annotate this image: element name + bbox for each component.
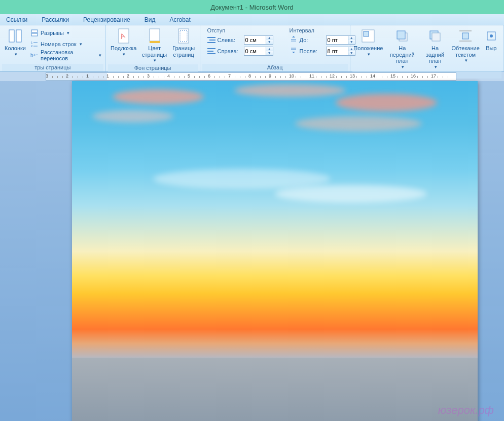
group-label-page-setup: тры страницы — [2, 64, 103, 71]
svg-rect-12 — [150, 41, 160, 43]
ruler-number: 1 — [106, 73, 109, 79]
hyphenation-button[interactable]: bᵃ⁻ Расстановка переносов▾ — [28, 50, 103, 61]
watermark-icon: A — [116, 28, 132, 44]
page-color-icon — [147, 28, 163, 44]
ruler-number: 13 — [350, 73, 355, 79]
group-label-paragraph: Абзац — [202, 64, 348, 71]
tab-acrobat[interactable]: Acrobat — [170, 16, 191, 23]
svg-rect-25 — [462, 33, 469, 39]
svg-text:2: 2 — [31, 45, 33, 48]
cityscape — [72, 358, 478, 421]
text-wrap-icon — [457, 28, 474, 44]
chevron-down-icon: ▾ — [154, 58, 156, 63]
ruler-number: 17 — [431, 73, 436, 79]
title-text: Документ1 - Microsoft Word — [210, 4, 294, 11]
ruler-number: 2 — [127, 73, 129, 79]
page-borders-button[interactable]: Границы страниц — [170, 26, 198, 59]
breaks-button[interactable]: Разрывы▾ — [28, 27, 103, 39]
svg-rect-11 — [150, 29, 160, 41]
ruler-number: 3 — [147, 73, 150, 79]
spacing-section: Интервал До: ▲▼ После: ▲▼ — [286, 26, 358, 58]
chevron-down-icon: ▾ — [80, 42, 82, 47]
ruler-number: 8 — [248, 73, 251, 79]
ruler-number: 11 — [309, 73, 314, 79]
ruler-number: 5 — [188, 73, 190, 79]
svg-rect-0 — [9, 30, 14, 42]
ribbon: Колонки ▾ Разрывы▾ 12 Номера строк▾ bᵃ⁻ … — [0, 25, 504, 72]
chevron-down-icon: ▾ — [368, 52, 370, 57]
align-button[interactable]: Выр — [481, 26, 501, 53]
bring-front-icon — [394, 28, 410, 44]
svg-text:1: 1 — [31, 41, 33, 44]
ruler-number: 4 — [167, 73, 170, 79]
position-button[interactable]: Положение ▾ — [352, 26, 385, 58]
svg-text:bᵃ⁻: bᵃ⁻ — [30, 53, 38, 58]
ruler-number: 14 — [370, 73, 375, 79]
spacing-after-icon — [290, 47, 298, 56]
ruler-number: 9 — [269, 73, 271, 79]
columns-icon — [7, 28, 23, 44]
page-color-button[interactable]: Цвет страницы ▾ — [139, 26, 170, 64]
chevron-down-icon: ▾ — [435, 64, 437, 69]
position-icon — [360, 28, 376, 44]
columns-button[interactable]: Колонки ▾ — [2, 26, 28, 58]
chevron-down-icon: ▾ — [99, 53, 101, 58]
spin-up-icon[interactable]: ▲ — [266, 36, 273, 40]
ruler-area: 3211234567891011121314151617 — [0, 72, 504, 81]
ruler-number: 16 — [411, 73, 416, 79]
spin-down-icon[interactable]: ▼ — [266, 51, 273, 55]
watermark-text: юзерок.рф — [438, 404, 494, 417]
spacing-before-icon — [290, 35, 298, 45]
document-area — [0, 81, 504, 421]
text-wrap-button[interactable]: Обтекание текстом ▾ — [450, 26, 481, 64]
ruler-number: 2 — [66, 73, 68, 79]
indent-section: Отступ Слева: ▲▼ Справа: ▲▼ — [204, 26, 276, 58]
svg-point-29 — [490, 34, 493, 37]
ruler-number: 10 — [289, 73, 294, 79]
ruler-number: 7 — [228, 73, 231, 79]
spin-up-icon[interactable]: ▲ — [266, 47, 273, 51]
title-bar: Документ1 - Microsoft Word — [0, 0, 504, 14]
svg-rect-22 — [397, 31, 405, 39]
breaks-icon — [30, 29, 39, 37]
send-back-button[interactable]: На задний план ▾ — [420, 26, 450, 71]
indent-left-input[interactable]: ▲▼ — [244, 35, 273, 45]
tab-mailings[interactable]: Рассылки — [42, 16, 69, 23]
ruler-number: 15 — [390, 73, 395, 79]
chevron-down-icon: ▾ — [67, 30, 69, 35]
indent-right-input[interactable]: ▲▼ — [244, 47, 273, 56]
ruler-number: 12 — [330, 73, 335, 79]
document-page[interactable] — [72, 81, 478, 421]
svg-rect-2 — [31, 30, 38, 32]
line-numbers-icon: 12 — [30, 40, 39, 48]
page-borders-icon — [175, 28, 192, 44]
send-back-icon — [427, 28, 443, 44]
line-numbers-button[interactable]: 12 Номера строк▾ — [28, 39, 103, 50]
indent-left-icon — [207, 36, 215, 44]
indent-right-icon — [207, 48, 215, 55]
ruler-number: 3 — [46, 73, 48, 79]
clouds — [72, 81, 478, 241]
ruler-number: 6 — [208, 73, 210, 79]
group-page-setup: Колонки ▾ Разрывы▾ 12 Номера строк▾ bᵃ⁻ … — [0, 25, 106, 71]
tab-view[interactable]: Вид — [145, 16, 156, 23]
svg-rect-3 — [31, 33, 38, 36]
spin-down-icon[interactable]: ▼ — [266, 40, 273, 44]
chevron-down-icon: ▾ — [465, 58, 467, 63]
horizontal-ruler[interactable]: 3211234567891011121314151617 — [46, 72, 456, 81]
svg-rect-1 — [16, 30, 21, 42]
ruler-number: 1 — [86, 73, 89, 79]
chevron-down-icon: ▾ — [15, 52, 17, 57]
tab-review[interactable]: Рецензирование — [83, 16, 130, 23]
inserted-image[interactable] — [72, 81, 478, 421]
group-page-background: A Подложка ▾ Цвет страницы ▾ Границы стр… — [106, 25, 200, 71]
watermark-button[interactable]: A Подложка ▾ — [108, 26, 139, 58]
chevron-down-icon: ▾ — [402, 64, 404, 69]
chevron-down-icon: ▾ — [123, 52, 125, 57]
bring-front-button[interactable]: На передний план ▾ — [384, 26, 420, 71]
tab-references[interactable]: Ссылки — [6, 16, 27, 23]
ribbon-tabs: Ссылки Рассылки Рецензирование Вид Acrob… — [0, 14, 504, 25]
group-paragraph: Отступ Слева: ▲▼ Справа: ▲▼ — [200, 25, 350, 71]
group-arrange: Положение ▾ На передний план ▾ На задний… — [350, 25, 504, 71]
svg-rect-24 — [432, 33, 440, 41]
